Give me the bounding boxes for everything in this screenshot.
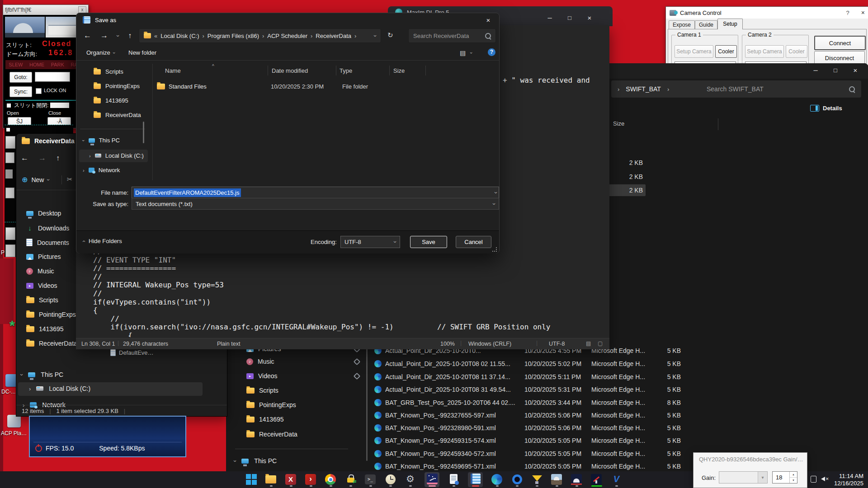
crumb-overflow-icon[interactable]: « bbox=[154, 33, 157, 39]
setup-camera2-button[interactable]: Setup Camera bbox=[745, 45, 784, 58]
forward-icon[interactable]: → bbox=[100, 31, 108, 40]
maximize-icon[interactable]: □ bbox=[560, 13, 580, 23]
file-name-value[interactable]: DefaultEventFilterAROMA2025Dec15.js bbox=[134, 188, 241, 197]
chevron-right-icon[interactable]: › bbox=[29, 385, 31, 392]
column-separator[interactable] bbox=[389, 66, 390, 75]
sidebar-item-1413695[interactable]: 1413695 bbox=[246, 416, 284, 423]
file-row[interactable]: Actual_Point_Dir_2025-10-20T08 11 37.14.… bbox=[374, 372, 835, 382]
back-icon[interactable]: ← bbox=[21, 154, 28, 163]
sidebar-item-receiverdata[interactable]: ReceiverData bbox=[26, 340, 77, 347]
taskbar-winscp-icon[interactable]: ⇄ bbox=[345, 472, 356, 487]
new-button[interactable]: ⊕ New › bbox=[22, 175, 49, 184]
pane-item-receiverdata[interactable]: ReceiverData bbox=[94, 112, 141, 118]
column-header-size[interactable]: Size bbox=[393, 67, 405, 74]
sidebar-item-videos[interactable]: ▸Videos bbox=[26, 282, 57, 289]
taskbar-notepad-icon[interactable] bbox=[468, 472, 483, 487]
breadcrumb-receiverdata[interactable]: ReceiverData bbox=[316, 33, 351, 39]
pane-item-this-pc[interactable]: ›This PC bbox=[83, 137, 120, 144]
lock-on-checkbox[interactable] bbox=[36, 88, 42, 94]
chevron-down-icon[interactable]: › bbox=[232, 460, 239, 462]
chevron-down-icon[interactable]: › bbox=[81, 140, 86, 141]
column-separator[interactable] bbox=[336, 66, 336, 75]
size-column-header[interactable]: Size bbox=[613, 120, 624, 127]
file-row[interactable]: BAT_Known_Pos_-992328980-591.xml 10/20/2… bbox=[374, 423, 835, 433]
search-input[interactable]: Search SWIFT_BAT bbox=[700, 80, 861, 98]
goto-button[interactable]: Goto: bbox=[9, 72, 32, 83]
address-dropdown-icon[interactable]: › bbox=[372, 35, 378, 37]
gain-combobox[interactable]: ▾ bbox=[719, 471, 768, 483]
taskbar-dome-photo-icon[interactable] bbox=[571, 472, 582, 487]
close-icon[interactable]: × bbox=[861, 9, 865, 16]
up-icon[interactable]: ↑ bbox=[56, 154, 60, 162]
taskbar-red-arrow-app-icon[interactable]: › bbox=[305, 472, 316, 487]
file-row[interactable]: Actual_Point_Dir_2025-10-20T08 31 49.54.… bbox=[374, 385, 835, 394]
sidebar-item-pointingexps[interactable]: PointingExps bbox=[246, 401, 296, 408]
pane-separator[interactable] bbox=[152, 64, 153, 180]
taskbar-clock-app-icon[interactable] bbox=[385, 472, 396, 487]
file-row[interactable]: Standard Files 10/20/2025 2:30 PM File f… bbox=[157, 81, 491, 92]
file-row[interactable]: DefaultEventFilterAROM bbox=[110, 349, 155, 356]
sidebar-item-downloads[interactable]: ↓Downloads bbox=[26, 224, 69, 232]
taskbar-red-x-app-icon[interactable]: X bbox=[285, 472, 297, 487]
pane-item-local-disk[interactable]: ›Local Disk (C:) bbox=[89, 152, 144, 159]
shutter-checkbox[interactable] bbox=[7, 103, 11, 108]
chevron-down-icon[interactable]: › bbox=[469, 52, 474, 54]
sidebar-item-videos[interactable]: ▸Videos bbox=[246, 372, 373, 380]
pane-item-network[interactable]: ›Network bbox=[83, 167, 120, 174]
chevron-right-icon[interactable]: › bbox=[89, 153, 91, 159]
refresh-icon[interactable]: ↻ bbox=[387, 31, 393, 39]
taskbar-chrome-icon[interactable] bbox=[325, 472, 336, 487]
up-icon[interactable]: ↑ bbox=[128, 32, 132, 40]
sidebar-item-this-pc[interactable]: ›This PC bbox=[234, 457, 277, 465]
pane-item-pointingexps[interactable]: PointingExps bbox=[94, 83, 140, 89]
taskbar-v-app-icon[interactable]: V bbox=[611, 472, 622, 487]
taskbar-telescope-app-icon[interactable] bbox=[591, 472, 602, 487]
forward-icon[interactable]: → bbox=[38, 154, 46, 163]
sidebar-item-1413695[interactable]: 1413695 bbox=[26, 325, 64, 333]
organize-button[interactable]: Organize › bbox=[86, 49, 115, 56]
taskbar-observatory-photo-icon[interactable] bbox=[551, 472, 562, 487]
goto-input[interactable] bbox=[35, 72, 70, 82]
tray-device-icon[interactable] bbox=[811, 476, 816, 483]
file-row[interactable]: Actual_Point_Dir_2025-10-20T08 02 11.55.… bbox=[374, 359, 835, 369]
chevron-right-icon[interactable]: › bbox=[202, 33, 204, 39]
taskbar-capture-app-icon[interactable] bbox=[531, 472, 542, 487]
chevron-down-icon[interactable]: › bbox=[19, 374, 25, 375]
taskbar-planetarium-app-icon[interactable] bbox=[425, 472, 439, 487]
status-zoom[interactable]: 100% bbox=[440, 341, 455, 347]
address-bar[interactable]: « Local Disk (C:) › Program Files (x86) … bbox=[139, 28, 381, 43]
minimize-icon[interactable]: ─ bbox=[806, 64, 826, 76]
taskbar-clock[interactable]: 11:14 AM 12/16/2025 bbox=[834, 473, 863, 487]
column-header-name[interactable]: Name bbox=[165, 67, 181, 74]
file-name-combobox[interactable]: DefaultEventFilterAROMA2025Dec15.js › bbox=[132, 187, 499, 198]
status-grid-icon[interactable]: ▤ bbox=[586, 340, 591, 347]
hide-folders-button[interactable]: › Hide Folders bbox=[83, 238, 122, 244]
gain-value[interactable]: 18 bbox=[776, 474, 789, 481]
taskbar-terminal-icon[interactable]: >_ bbox=[365, 472, 376, 487]
breadcrumb[interactable]: › SWIFT_BAT › bbox=[611, 80, 710, 98]
column-header-type[interactable]: Type bbox=[340, 67, 352, 74]
cooler1-button[interactable]: Cooler bbox=[715, 45, 737, 58]
disconnect-button[interactable]: Disconnect bbox=[814, 51, 865, 65]
file-row[interactable]: BAT_GRB_Test_Pos_2025-10-20T06 44 02....… bbox=[374, 398, 835, 408]
column-separator[interactable] bbox=[268, 66, 268, 75]
breadcrumb-folder[interactable]: SWIFT_BAT bbox=[626, 85, 661, 93]
taskbar-start-button[interactable] bbox=[245, 472, 257, 487]
column-separator[interactable] bbox=[425, 66, 426, 75]
desktop-icon[interactable] bbox=[7, 415, 21, 427]
sidebar-item-music[interactable]: ♪Music bbox=[26, 267, 54, 275]
taskbar-file-explorer-icon[interactable] bbox=[265, 472, 277, 487]
sidebar-item-desktop[interactable]: Desktop bbox=[26, 210, 61, 217]
close-icon[interactable]: × bbox=[845, 64, 865, 76]
details-toggle[interactable]: Details bbox=[810, 105, 842, 112]
taskbar-settings-icon[interactable]: ⚙ bbox=[405, 472, 416, 487]
help-icon[interactable]: ? bbox=[846, 9, 849, 16]
chevron-right-icon[interactable]: › bbox=[83, 168, 85, 173]
minimize-icon[interactable]: ─ bbox=[540, 13, 560, 23]
taskbar-edge-icon[interactable] bbox=[491, 472, 503, 487]
mute-speaker-icon[interactable]: ✕ bbox=[821, 477, 825, 481]
sidebar-item-scripts[interactable]: Scripts bbox=[246, 387, 278, 394]
camera-tab-expose[interactable]: Expose bbox=[669, 20, 695, 29]
chevron-right-icon[interactable]: › bbox=[311, 33, 312, 39]
chevron-down-icon[interactable]: › bbox=[491, 203, 497, 205]
